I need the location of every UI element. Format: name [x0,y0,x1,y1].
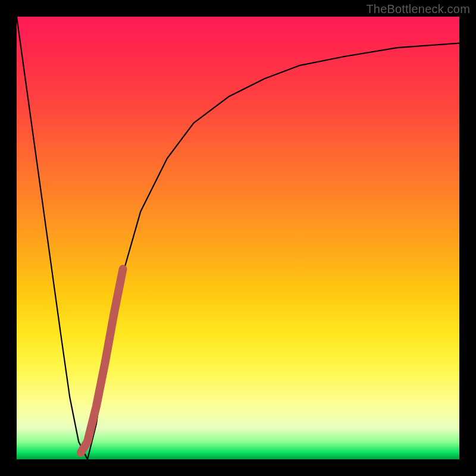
watermark-label: TheBottleneck.com [366,2,470,16]
chart-svg [17,17,459,459]
chart-frame: TheBottleneck.com [0,0,476,476]
bottleneck-curve [17,17,459,459]
plot-area [17,17,459,459]
highlight-segment [81,269,123,453]
